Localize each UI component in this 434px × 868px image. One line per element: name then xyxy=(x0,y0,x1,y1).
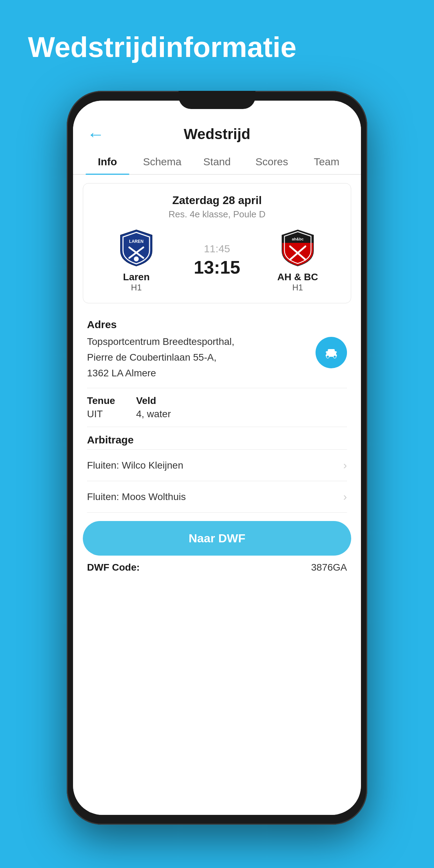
svg-rect-11 xyxy=(324,353,326,355)
veld-block: Veld 4, water xyxy=(136,395,171,420)
svg-rect-8 xyxy=(328,349,335,353)
svg-point-9 xyxy=(326,355,329,358)
chevron-right-icon-2: › xyxy=(343,490,347,503)
address-label: Adres xyxy=(87,319,347,331)
chevron-right-icon-1: › xyxy=(343,459,347,472)
referee-2-name: Fluiten: Moos Wolthuis xyxy=(87,491,186,502)
header-title: Wedstrijd xyxy=(184,126,251,143)
home-team-sub: H1 xyxy=(131,283,142,292)
svg-rect-12 xyxy=(336,353,338,355)
tab-info[interactable]: Info xyxy=(80,150,135,174)
home-team-name: Laren xyxy=(123,272,150,283)
map-button[interactable] xyxy=(316,337,347,368)
tenue-veld-row: Tenue UIT Veld 4, water xyxy=(73,388,361,427)
away-team-sub: H1 xyxy=(292,283,303,292)
match-time-actual: 13:15 xyxy=(194,257,240,278)
ahbc-badge: ah&bc xyxy=(280,228,315,267)
referee-1-item[interactable]: Fluiten: Wilco Kleijnen › xyxy=(73,450,361,481)
svg-point-10 xyxy=(333,355,336,358)
arbitrage-heading: Arbitrage xyxy=(73,427,361,449)
svg-text:ah&bc: ah&bc xyxy=(292,237,304,241)
phone-notch xyxy=(179,91,255,109)
phone-mockup: ← Wedstrijd Info Schema Stand Scores xyxy=(67,91,367,825)
tab-schema[interactable]: Schema xyxy=(135,150,190,174)
tabs-bar: Info Schema Stand Scores Team xyxy=(73,150,361,175)
match-date: Zaterdag 28 april xyxy=(90,194,344,207)
laren-badge: LAREN xyxy=(119,228,154,267)
page-title: Wedstrijdinformatie xyxy=(0,0,434,63)
tenue-value: UIT xyxy=(87,408,115,420)
home-team-block: LAREN Laren H1 xyxy=(101,228,171,292)
naar-dwf-button[interactable]: Naar DWF xyxy=(83,521,351,556)
score-block: 11:45 13:15 xyxy=(194,243,240,278)
dwf-code-label: DWF Code: xyxy=(87,562,140,573)
referee-1-name: Fluiten: Wilco Kleijnen xyxy=(87,460,183,471)
phone-frame: ← Wedstrijd Info Schema Stand Scores xyxy=(67,91,367,825)
tab-team[interactable]: Team xyxy=(299,150,354,174)
match-card: Zaterdag 28 april Res. 4e klasse, Poule … xyxy=(83,183,351,303)
back-button[interactable]: ← xyxy=(87,124,104,144)
referee-2-item[interactable]: Fluiten: Moos Wolthuis › xyxy=(73,481,361,512)
tab-scores[interactable]: Scores xyxy=(244,150,299,174)
match-league: Res. 4e klasse, Poule D xyxy=(90,209,344,220)
address-section: Adres Topsportcentrum Breedtesporthal,Pi… xyxy=(73,312,361,388)
svg-point-3 xyxy=(134,256,139,261)
phone-screen: ← Wedstrijd Info Schema Stand Scores xyxy=(73,101,361,815)
veld-label: Veld xyxy=(136,395,171,406)
veld-value: 4, water xyxy=(136,408,171,420)
tenue-block: Tenue UIT xyxy=(87,395,115,420)
screen-content: ← Wedstrijd Info Schema Stand Scores xyxy=(73,101,361,815)
address-row: Topsportcentrum Breedtesporthal,Pierre d… xyxy=(87,334,347,381)
dwf-code-row: DWF Code: 3876GA xyxy=(73,556,361,573)
away-team-name: AH & BC xyxy=(277,272,318,283)
svg-text:LAREN: LAREN xyxy=(129,239,143,244)
address-text: Topsportcentrum Breedtesporthal,Pierre d… xyxy=(87,334,309,381)
away-team-block: ah&bc AH & BC H1 xyxy=(263,228,333,292)
match-time-scheduled: 11:45 xyxy=(204,243,230,255)
match-teams: LAREN Laren H1 xyxy=(90,228,344,292)
tenue-label: Tenue xyxy=(87,395,115,406)
dwf-code-value: 3876GA xyxy=(311,562,347,573)
tab-stand[interactable]: Stand xyxy=(190,150,245,174)
divider-5 xyxy=(87,512,347,513)
